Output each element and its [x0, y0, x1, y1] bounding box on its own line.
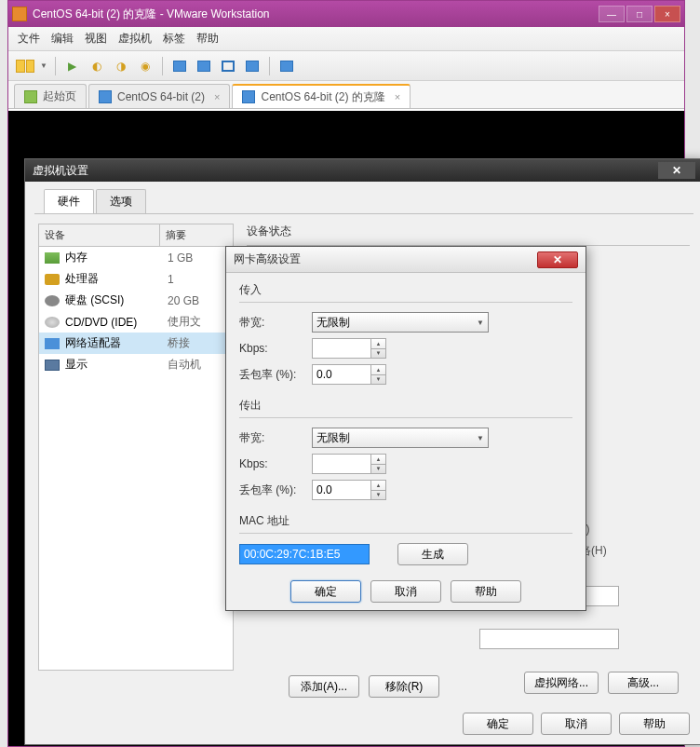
- snapshot-manager-icon[interactable]: [195, 57, 213, 75]
- kbps-in-label: Kbps:: [239, 342, 312, 355]
- bandwidth-in-label: 带宽:: [239, 315, 312, 331]
- device-list: 设备 摘要 内存 1 GB 处理器 1 硬盘 (SCSI) 20 GB CD/D…: [38, 224, 234, 671]
- vmnet-combo[interactable]: [479, 629, 619, 649]
- minimize-button[interactable]: —: [599, 6, 625, 22]
- generate-mac-button[interactable]: 生成: [397, 543, 468, 565]
- vm-ok-button[interactable]: 确定: [463, 713, 533, 735]
- nic-help-button[interactable]: 帮助: [451, 580, 521, 603]
- loss-out-input[interactable]: [312, 480, 371, 500]
- device-memory[interactable]: 内存 1 GB: [39, 247, 233, 268]
- tab-vm1[interactable]: CentOS 64-bit (2) ×: [88, 84, 230, 108]
- cd-icon: [45, 317, 60, 328]
- col-summary: 摘要: [160, 224, 192, 246]
- menu-vm[interactable]: 虚拟机: [118, 31, 152, 47]
- titlebar: CentOS 64-bit (2) 的克隆 - VMware Workstati…: [8, 1, 684, 27]
- tab-home[interactable]: 起始页: [14, 84, 87, 108]
- tab-close-icon[interactable]: ×: [214, 91, 220, 102]
- device-cpu[interactable]: 处理器 1: [39, 268, 233, 290]
- vm-settings-tabs: 硬件 选项: [34, 182, 693, 214]
- nic-cancel-button[interactable]: 取消: [370, 580, 441, 603]
- chevron-down-icon: ▼: [477, 319, 484, 327]
- power-off-icon[interactable]: ◑: [112, 57, 130, 75]
- menu-file[interactable]: 文件: [18, 31, 40, 47]
- nic-titlebar: 网卡高级设置 ✕: [226, 247, 586, 273]
- loss-out-label: 丢包率 (%):: [239, 482, 312, 498]
- menu-tabs[interactable]: 标签: [163, 31, 185, 47]
- chevron-down-icon: ▼: [477, 434, 484, 442]
- power-on-icon[interactable]: ▶: [63, 57, 82, 75]
- kbps-in-input[interactable]: [312, 338, 371, 359]
- bandwidth-out-label: 带宽:: [239, 430, 312, 446]
- loss-in-label: 丢包率 (%):: [239, 367, 312, 383]
- vm-settings-close-button[interactable]: ✕: [658, 162, 695, 179]
- tab-home-label: 起始页: [43, 88, 76, 104]
- vm-icon: [99, 90, 112, 103]
- device-disk[interactable]: 硬盘 (SCSI) 20 GB: [39, 290, 233, 311]
- fullscreen-icon[interactable]: [219, 57, 237, 75]
- tab-vm1-label: CentOS 64-bit (2): [117, 90, 205, 103]
- kbps-in-spinner[interactable]: ▲▼: [371, 338, 386, 359]
- add-device-button[interactable]: 添加(A)...: [289, 675, 359, 698]
- reset-icon[interactable]: ◉: [136, 57, 155, 75]
- menu-help[interactable]: 帮助: [196, 31, 219, 47]
- display-icon: [45, 360, 60, 371]
- bandwidth-out-select[interactable]: 无限制▼: [312, 428, 489, 448]
- loss-out-spinner[interactable]: ▲▼: [371, 480, 386, 500]
- mac-label: MAC 地址: [239, 513, 572, 529]
- memory-icon: [45, 252, 60, 264]
- nic-title: 网卡高级设置: [234, 251, 537, 267]
- tab-options[interactable]: 选项: [96, 189, 146, 213]
- menu-edit[interactable]: 编辑: [51, 31, 74, 47]
- remove-device-button[interactable]: 移除(R): [369, 675, 439, 698]
- bandwidth-in-select[interactable]: 无限制▼: [312, 312, 489, 333]
- nic-advanced-dialog: 网卡高级设置 ✕ 传入 带宽: 无限制▼ Kbps: ▲▼ 丢包率 (%): ▲…: [225, 246, 586, 611]
- snapshot-icon[interactable]: [170, 57, 189, 75]
- app-icon: [12, 7, 27, 21]
- vm-settings-title: 虚拟机设置: [33, 163, 658, 179]
- kbps-out-label: Kbps:: [239, 457, 312, 470]
- kbps-out-spinner[interactable]: ▲▼: [371, 454, 386, 474]
- toolbar: ▼ ▶ ◐ ◑ ◉: [8, 51, 684, 81]
- close-button[interactable]: ×: [654, 6, 680, 22]
- device-network[interactable]: 网络适配器 桥接: [39, 333, 233, 354]
- home-icon: [24, 90, 37, 103]
- tabbar: 起始页 CentOS 64-bit (2) × CentOS 64-bit (2…: [8, 81, 684, 109]
- col-device: 设备: [39, 224, 160, 246]
- window-controls: — □ ×: [599, 6, 680, 22]
- incoming-label: 传入: [239, 282, 572, 298]
- suspend-icon[interactable]: ◐: [88, 57, 106, 75]
- tab-vm2[interactable]: CentOS 64-bit (2) 的克隆 ×: [232, 84, 411, 108]
- outgoing-label: 传出: [239, 398, 572, 414]
- nic-ok-button[interactable]: 确定: [290, 580, 361, 603]
- menubar: 文件 编辑 视图 虚拟机 标签 帮助: [8, 27, 684, 51]
- kbps-out-input[interactable]: [312, 454, 371, 474]
- maximize-button[interactable]: □: [626, 6, 653, 22]
- tab-vm2-label: CentOS 64-bit (2) 的克隆: [261, 89, 384, 105]
- loss-in-input[interactable]: [312, 364, 371, 385]
- device-cd[interactable]: CD/DVD (IDE) 使用文: [39, 311, 233, 333]
- vm-cancel-button[interactable]: 取消: [541, 713, 612, 735]
- window-title: CentOS 64-bit (2) 的克隆 - VMware Workstati…: [33, 7, 599, 22]
- unity-icon[interactable]: [243, 57, 262, 75]
- library-toggle-icon[interactable]: [16, 57, 34, 75]
- disk-icon: [45, 295, 60, 306]
- nic-close-button[interactable]: ✕: [537, 251, 578, 268]
- device-display[interactable]: 显示 自动机: [39, 354, 233, 375]
- mac-address-input[interactable]: [239, 544, 370, 564]
- console-icon[interactable]: [277, 57, 296, 75]
- tab-close-icon[interactable]: ×: [395, 91, 400, 102]
- network-icon: [45, 338, 60, 349]
- cpu-icon: [45, 274, 60, 285]
- tab-hardware[interactable]: 硬件: [44, 189, 94, 213]
- menu-view[interactable]: 视图: [85, 31, 107, 47]
- vm-help-button[interactable]: 帮助: [619, 713, 690, 735]
- status-group-title: 设备状态: [247, 224, 690, 239]
- vm-settings-titlebar: 虚拟机设置 ✕: [25, 159, 700, 182]
- loss-in-spinner[interactable]: ▲▼: [371, 364, 386, 385]
- vm-icon: [242, 90, 255, 103]
